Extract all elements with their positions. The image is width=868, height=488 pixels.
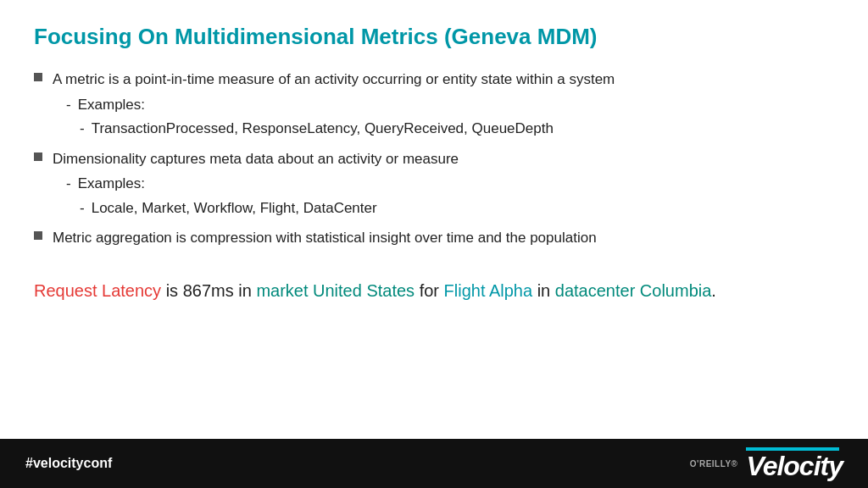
bullet-text: Dimensionality captures meta data about …	[53, 151, 459, 167]
sub-sub-list: TransactionProcessed, ResponseLatency, Q…	[53, 118, 834, 140]
bullet-text: Metric aggregation is compression with s…	[53, 230, 597, 246]
highlight-sentence: Request Latency is 867ms in market Unite…	[34, 281, 834, 301]
footer-logo-area: O'REILLY® Velocity	[690, 447, 843, 480]
footer: #velocityconf O'REILLY® Velocity	[0, 439, 868, 488]
velocity-logo: Velocity	[746, 447, 843, 480]
sub-item-text: Examples:	[78, 94, 145, 116]
sub-sub-text: Locale, Market, Workflow, Flight, DataCe…	[92, 197, 377, 219]
highlight-text-2: is 867ms in	[161, 281, 256, 300]
footer-hashtag: #velocityconf	[25, 456, 112, 471]
slide-title: Focusing On Multidimensional Metrics (Ge…	[34, 24, 834, 50]
velocity-text: Velocity	[746, 452, 843, 480]
sub-sub-text: TransactionProcessed, ResponseLatency, Q…	[92, 118, 554, 140]
highlight-text-4: for	[415, 281, 443, 300]
sub-list-item: Examples:	[53, 94, 834, 116]
bullet-list: A metric is a point-in-time measure of a…	[34, 69, 834, 258]
bullet-icon	[34, 152, 42, 161]
sub-sub-list: Locale, Market, Workflow, Flight, DataCe…	[53, 197, 834, 219]
sub-sub-item: Locale, Market, Workflow, Flight, DataCe…	[53, 197, 834, 219]
sub-sub-item: TransactionProcessed, ResponseLatency, Q…	[53, 118, 834, 140]
highlight-market: market United States	[256, 281, 415, 300]
sub-list: Examples: TransactionProcessed, Response…	[53, 94, 834, 140]
bullet-text: A metric is a point-in-time measure of a…	[53, 71, 615, 87]
bullet-icon	[34, 73, 42, 81]
slide-content: Focusing On Multidimensional Metrics (Ge…	[0, 0, 868, 439]
highlight-datacenter: datacenter Columbia	[555, 281, 712, 300]
oreilly-label: O'REILLY®	[690, 459, 738, 469]
sub-list: Examples: Locale, Market, Workflow, Flig…	[53, 173, 834, 219]
highlight-period: .	[711, 281, 716, 300]
highlight-flight: Flight Alpha	[444, 281, 533, 300]
list-item: Dimensionality captures meta data about …	[34, 148, 834, 219]
bullet-icon	[34, 231, 42, 240]
sub-list-item: Examples:	[53, 173, 834, 195]
list-item: A metric is a point-in-time measure of a…	[34, 69, 834, 140]
sub-item-text: Examples:	[78, 173, 145, 195]
highlight-text-6: in	[532, 281, 555, 300]
highlight-request-latency: Request Latency	[34, 281, 161, 300]
list-item: Metric aggregation is compression with s…	[34, 227, 834, 249]
